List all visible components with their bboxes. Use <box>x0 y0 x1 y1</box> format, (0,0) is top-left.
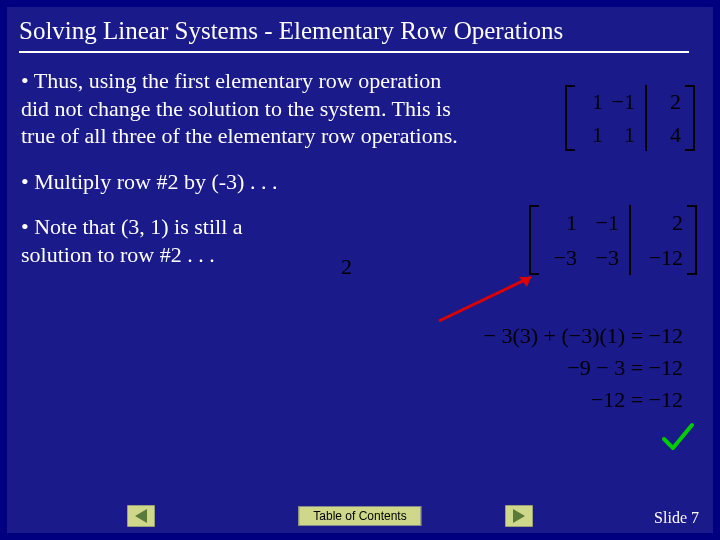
eq-2: −9 − 3 = −12 <box>484 355 684 381</box>
bullet-1: • Thus, using the first elementary row o… <box>21 67 461 150</box>
verification-equations: − 3(3) + (−3)(1) = −12 −9 − 3 = −12 −12 … <box>484 323 684 419</box>
m1c1r2: 1 <box>579 122 603 148</box>
svg-line-0 <box>439 277 531 321</box>
matrix2-aug: 2 −12 <box>637 205 687 275</box>
m2c1r2: −3 <box>543 245 577 271</box>
m2c2r2: −3 <box>585 245 619 271</box>
m1c2r2: 1 <box>611 122 635 148</box>
matrix1-col2: −1 1 <box>607 85 639 151</box>
m2c2r1: −1 <box>585 210 619 236</box>
matrix-transformed: 1 −3 −1 −3 2 −12 <box>529 205 697 275</box>
slide-title: Solving Linear Systems - Elementary Row … <box>7 7 713 51</box>
bracket-left-2 <box>529 205 539 275</box>
table-of-contents-button[interactable]: Table of Contents <box>298 506 421 526</box>
bracket-right-2 <box>687 205 697 275</box>
row-two-label: 2 <box>341 254 352 280</box>
footer: Table of Contents <box>7 505 713 527</box>
m1c2r1: −1 <box>611 89 635 115</box>
m2a2: −12 <box>641 245 683 271</box>
toc-wrap: Table of Contents <box>298 506 421 526</box>
matrix-original: 1 1 −1 1 2 4 <box>565 85 695 151</box>
m1a2: 4 <box>657 122 681 148</box>
title-underline <box>19 51 689 53</box>
arrow-icon <box>431 269 541 329</box>
m1a1: 2 <box>657 89 681 115</box>
bullet-2: • Multiply row #2 by (-3) . . . <box>21 168 351 196</box>
slide-number: Slide 7 <box>654 509 699 527</box>
m2a1: 2 <box>641 210 683 236</box>
matrix2-col1: 1 −3 <box>539 205 581 275</box>
m1c1r1: 1 <box>579 89 603 115</box>
bracket-right <box>685 85 695 151</box>
aug-bar-2 <box>629 205 631 275</box>
aug-bar <box>645 85 647 151</box>
check-icon <box>661 421 695 453</box>
slide-body: Solving Linear Systems - Elementary Row … <box>7 7 713 533</box>
prev-button[interactable] <box>127 505 155 527</box>
matrix1-aug: 2 4 <box>653 85 685 151</box>
next-button[interactable] <box>505 505 533 527</box>
m2c1r1: 1 <box>543 210 577 236</box>
eq-3: −12 = −12 <box>484 387 684 413</box>
bracket-left <box>565 85 575 151</box>
eq-1: − 3(3) + (−3)(1) = −12 <box>484 323 684 349</box>
matrix2-col2: −1 −3 <box>581 205 623 275</box>
bullet-3: • Note that (3, 1) is still a solution t… <box>21 213 311 268</box>
matrix1-col1: 1 1 <box>575 85 607 151</box>
